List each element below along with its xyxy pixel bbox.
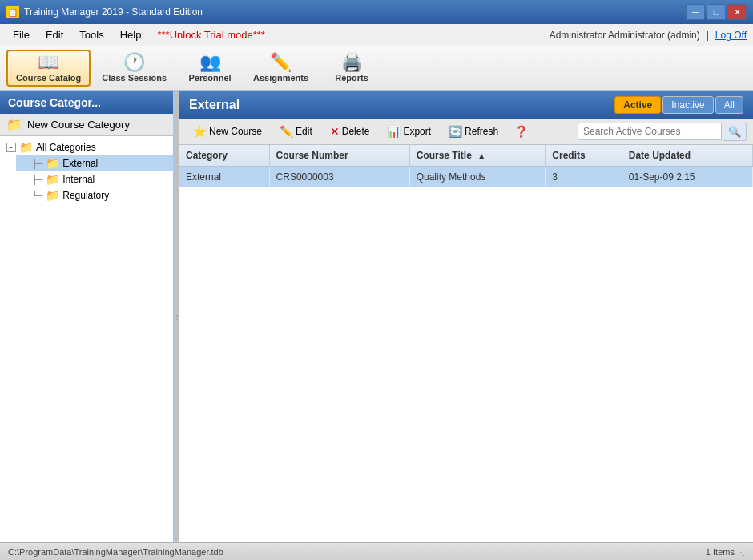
maximize-button[interactable]: □ [707,4,726,20]
export-button[interactable]: 📊 Export [380,122,438,141]
menu-tools[interactable]: Tools [73,27,110,42]
delete-icon: ✕ [330,125,340,138]
titlebar-left: 📋 Training Manager 2019 - Standard Editi… [6,6,203,18]
col-header-course-title[interactable]: Course Title ▲ [409,145,546,167]
regulatory-label: Regulatory [62,190,109,201]
sort-arrow-icon: ▲ [477,151,485,160]
col-date-updated-label: Date Updated [629,150,691,161]
toolbar-personnel[interactable]: 👥 Personnel [178,50,242,87]
cell-credits: 3 [546,167,622,187]
right-panel: External Active Inactive All ⭐ New Cours… [179,91,753,542]
close-button[interactable]: ✕ [727,4,747,20]
reports-label: Reports [335,73,368,83]
all-categories-folder-icon: 📁 [19,141,33,154]
toolbar-class-sessions[interactable]: 🕐 Class Sessions [92,50,176,87]
minimize-button[interactable]: ─ [686,4,705,20]
menubar: File Edit Tools Help ***Unlock Trial mod… [0,24,753,46]
titlebar: 📋 Training Manager 2019 - Standard Editi… [0,0,753,24]
reports-icon: 🖨️ [341,54,363,71]
table-body: External CRS0000003 Quality Methods 3 01… [179,167,753,187]
status-buttons: Active Inactive All [614,96,743,114]
regulatory-folder-icon: 📁 [46,189,59,202]
main-toolbar: 📖 Course Catalog 🕐 Class Sessions 👥 Pers… [0,46,753,91]
export-label: Export [403,126,431,137]
cell-category: External [179,167,269,187]
new-category-button[interactable]: 📁 New Course Category [0,114,173,136]
status-all-button[interactable]: All [715,96,743,114]
menu-file[interactable]: File [6,27,36,42]
toolbar-assignments[interactable]: ✏️ Assignments [244,50,318,87]
cell-date-updated: 01-Sep-09 2:15 [622,167,752,187]
edit-label: Edit [296,126,312,137]
col-header-category[interactable]: Category [179,145,269,167]
internal-folder-icon: 📁 [46,173,59,186]
col-credits-label: Credits [552,150,585,161]
main-content: Course Categor... 📁 New Course Category … [0,91,753,542]
refresh-button[interactable]: 🔄 Refresh [441,122,505,141]
logoff-link[interactable]: Log Off [715,30,747,41]
search-box: 🔍 [578,123,747,141]
refresh-label: Refresh [465,126,498,137]
resize-grip-icon: ⋱ [737,548,745,557]
tree-item-internal[interactable]: ├─ 📁 Internal [16,171,173,187]
help-icon: ❓ [514,125,528,138]
data-grid: Category Course Number Course Title ▲ Cr… [179,145,753,542]
menu-edit[interactable]: Edit [39,27,70,42]
status-inactive-button[interactable]: Inactive [662,96,713,114]
external-label: External [62,158,98,169]
col-course-title-label: Course Title [417,150,472,161]
menubar-items: File Edit Tools Help ***Unlock Trial mod… [6,27,272,42]
tree-item-external[interactable]: ├─ 📁 External [16,155,173,171]
action-toolbar: ⭐ New Course ✏️ Edit ✕ Delete 📊 Export 🔄… [179,119,753,145]
new-course-button[interactable]: ⭐ New Course [186,122,269,141]
delete-button[interactable]: ✕ Delete [323,122,377,141]
statusbar: C:\ProgramData\TrainingManager\TrainingM… [0,542,753,560]
titlebar-controls: ─ □ ✕ [686,4,747,20]
delete-label: Delete [342,126,370,137]
toolbar-reports[interactable]: 🖨️ Reports [320,50,384,87]
edit-button[interactable]: ✏️ Edit [272,122,320,141]
tree-item-regulatory[interactable]: └─ 📁 Regulatory [16,187,173,203]
personnel-icon: 👥 [199,54,221,71]
col-header-course-number[interactable]: Course Number [269,145,409,167]
user-info: Administrator Administrator (admin) [550,30,700,41]
assignments-icon: ✏️ [270,54,292,71]
table-header-row: Category Course Number Course Title ▲ Cr… [179,145,753,167]
menu-help[interactable]: Help [114,27,148,42]
tree-line-regulatory: └─ [32,191,42,201]
table-row[interactable]: External CRS0000003 Quality Methods 3 01… [179,167,753,187]
menubar-right: Administrator Administrator (admin) | Lo… [550,30,747,41]
search-input[interactable] [578,123,722,140]
col-category-label: Category [186,150,228,161]
personnel-label: Personnel [188,73,231,83]
right-panel-title: External [189,98,240,112]
tree-line-external: ├─ [32,159,42,169]
new-folder-icon: 📁 [6,117,22,132]
titlebar-title: Training Manager 2019 - Standard Edition [24,6,203,18]
courses-table: Category Course Number Course Title ▲ Cr… [179,145,753,187]
export-icon: 📊 [387,125,401,138]
item-count-value: 1 Items [706,547,735,557]
help-button[interactable]: ❓ [509,122,534,141]
menu-unlock[interactable]: ***Unlock Trial mode*** [151,27,271,42]
course-catalog-label: Course Catalog [16,73,81,83]
toolbar-course-catalog[interactable]: 📖 Course Catalog [6,50,91,87]
col-header-date-updated[interactable]: Date Updated [622,145,752,167]
search-button[interactable]: 🔍 [723,123,747,141]
app-icon: 📋 [6,6,19,18]
left-panel: Course Categor... 📁 New Course Category … [0,91,175,542]
statusbar-item-count: 1 Items ⋱ [706,547,745,557]
status-active-button[interactable]: Active [614,96,661,114]
right-panel-header: External Active Inactive All [179,91,753,119]
left-panel-header: Course Categor... [0,91,173,114]
cell-course-title: Quality Methods [409,167,546,187]
separator: | [707,30,709,41]
col-header-credits[interactable]: Credits [546,145,622,167]
all-categories-label: All Categories [36,142,96,153]
tree-item-all-categories[interactable]: - 📁 All Categories [0,139,173,155]
new-category-label: New Course Category [27,119,130,131]
statusbar-path: C:\ProgramData\TrainingManager\TrainingM… [8,547,223,557]
edit-icon: ✏️ [280,125,293,138]
col-course-number-label: Course Number [276,150,348,161]
tree-expand-all[interactable]: - [6,143,16,152]
